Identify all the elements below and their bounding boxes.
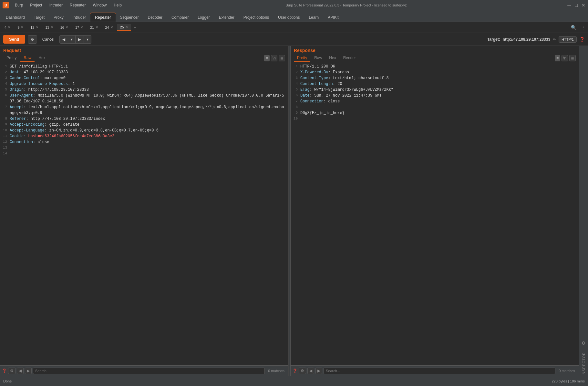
cancel-button[interactable]: Cancel [40,36,57,43]
tab-close-icon[interactable]: ✕ [80,26,83,29]
next-dropdown-btn[interactable]: ▾ [84,35,91,44]
repeater-tab-16[interactable]: 16 ✕ [57,24,71,31]
line-content[interactable]: Accept-Encoding: gzip, deflate [10,122,83,128]
tab-response-render[interactable]: Render [340,54,359,62]
tab-close-icon[interactable]: ✕ [36,26,38,29]
response-search-gear[interactable]: ⚙ [299,368,306,374]
response-code-area[interactable]: 1HTTP/1.1 200 OK2X-Powered-By: Express3C… [291,62,579,365]
line-content[interactable] [10,145,13,151]
send-options-button[interactable]: ⚙ [28,35,37,44]
line-content[interactable]: Connection: close [300,99,343,104]
inspector-gear-icon[interactable]: ⚙ [582,340,586,346]
repeater-tab-17[interactable]: 17 ✕ [72,24,86,31]
nav-tab-repeater[interactable]: Repeater [90,13,115,22]
tab-close-icon[interactable]: ✕ [51,26,53,29]
tab-response-pretty[interactable]: Pretty [294,54,310,62]
tab-close-icon[interactable]: ✕ [8,26,10,29]
repeater-tab-25[interactable]: 25 ✕ [117,24,131,31]
tab-close-icon[interactable]: ✕ [21,26,23,29]
line-content[interactable]: Upgrade-Insecure-Requests: 1 [10,81,78,87]
prev-request-btn[interactable]: ◀ [59,35,68,44]
nav-tab-comparer[interactable]: Comparer [167,13,193,22]
line-content[interactable]: Date: Sun, 27 Nov 2022 11:47:39 GMT [300,93,385,99]
repeater-tab-4[interactable]: 4 ✕ [1,24,14,31]
nav-tab-apikit[interactable]: APIKit [323,13,343,22]
menu-intruder[interactable]: Intruder [46,2,66,9]
nav-tab-project-options[interactable]: Project options [239,13,273,22]
add-tab-btn[interactable]: + [132,25,138,30]
repeater-tab-12[interactable]: 12 ✕ [27,24,41,31]
response-help-icon[interactable]: ❓ [293,369,297,373]
http-version-select[interactable]: HTTP/1 [559,36,577,43]
nav-tab-dashboard[interactable]: Dashboard [1,13,29,22]
tab-close-icon[interactable]: ✕ [66,26,68,29]
tab-close-icon[interactable]: ✕ [110,26,113,29]
tab-response-hex[interactable]: Hex [326,54,339,62]
repeater-tab-9[interactable]: 9 ✕ [14,24,26,31]
nav-tab-learn[interactable]: Learn [304,13,323,22]
nav-tab-decoder[interactable]: Decoder [143,13,167,22]
request-search-prev[interactable]: ◀ [17,368,24,374]
send-button[interactable]: Send [3,35,25,44]
more-options-icon[interactable]: ⋮ [580,24,587,31]
request-search-next[interactable]: ▶ [25,368,32,374]
nav-tab-target[interactable]: Target [29,13,49,22]
request-newline-btn[interactable]: \n [271,55,277,61]
nav-tab-sequencer[interactable]: Sequencer [116,13,143,22]
nav-tab-logger[interactable]: Logger [193,13,214,22]
edit-target-icon[interactable]: ✏ [553,37,556,42]
line-content[interactable]: User-Agent: Mozilla/5.0 (Windows NT 10.0… [10,93,288,104]
tab-close-icon[interactable]: ✕ [96,26,98,29]
response-search-prev[interactable]: ◀ [307,368,314,374]
next-request-btn[interactable]: ▶ [76,35,84,44]
line-content[interactable]: Origin: http://47.108.29.107:23333 [10,87,92,93]
line-content[interactable] [300,116,304,122]
line-content[interactable] [10,151,13,157]
line-content[interactable]: Cookie: hash=ed63246fb602056fee4a7ec886d… [10,133,118,139]
nav-tab-proxy[interactable]: Proxy [49,13,68,22]
repeater-tab-13[interactable]: 13 ✕ [42,24,57,31]
tab-request-hex[interactable]: Hex [35,54,48,62]
nav-tab-extender[interactable]: Extender [214,13,239,22]
search-icon[interactable]: 🔍 [570,24,578,31]
request-help-icon[interactable]: ❓ [2,369,7,373]
line-content[interactable]: Content-Length: 20 [300,81,346,87]
menu-window[interactable]: Window [89,2,110,9]
line-content[interactable]: D0g3{Ez_js_is_here} [300,110,348,116]
request-code-area[interactable]: 1GET /infofllllag HTTP/1.12Host: 47.108.… [0,62,288,365]
nav-tab-user-options[interactable]: User options [273,13,304,22]
line-content[interactable]: Host: 47.108.29.107:23333 [10,69,71,75]
window-controls[interactable]: ─ □ ✕ [567,2,585,8]
line-content[interactable]: GET /infofllllag HTTP/1.1 [10,64,71,69]
request-search-gear[interactable]: ⚙ [8,368,15,374]
line-content[interactable]: Cache-Control: max-age=0 [10,75,69,81]
tab-response-raw[interactable]: Raw [311,54,325,62]
menu-burp[interactable]: Burp [12,2,26,9]
maximize-btn[interactable]: □ [575,3,578,8]
line-content[interactable]: Referer: http://47.108.29.107:23333/inde… [10,116,108,122]
response-wrap-btn[interactable]: ≣ [569,55,576,61]
line-content[interactable] [300,104,304,110]
request-format-btn[interactable]: ≡ [264,55,270,61]
line-content[interactable]: Content-Type: text/html; charset=utf-8 [300,75,392,81]
menu-repeater[interactable]: Repeater [67,2,89,9]
line-content[interactable]: Accept-Language: zh-CN,zh;q=0.9,en;q=0.8… [10,128,162,133]
prev-dropdown-btn[interactable]: ▾ [68,35,76,44]
response-search-input[interactable] [324,368,555,374]
line-content[interactable]: ETag: W/"14-8jWimrqr3xrWLg6+JvLVZMz/zKk" [300,87,397,93]
request-search-input[interactable] [33,368,265,374]
repeater-tab-24[interactable]: 24 ✕ [102,24,116,31]
tab-request-raw[interactable]: Raw [20,54,35,62]
response-search-next[interactable]: ▶ [315,368,322,374]
line-content[interactable]: HTTP/1.1 200 OK [300,64,338,69]
response-newline-btn[interactable]: \n [562,55,568,61]
response-format-btn[interactable]: ≡ [555,55,560,61]
line-content[interactable]: Connection: close [10,139,52,145]
menu-help[interactable]: Help [110,2,125,9]
line-content[interactable]: X-Powered-By: Express [300,69,352,75]
tab-request-pretty[interactable]: Pretty [3,54,20,62]
help-icon[interactable]: ❓ [579,37,585,42]
tab-close-icon[interactable]: ✕ [125,25,128,29]
request-wrap-btn[interactable]: ≣ [279,55,285,61]
nav-tab-intruder[interactable]: Intruder [68,13,90,22]
